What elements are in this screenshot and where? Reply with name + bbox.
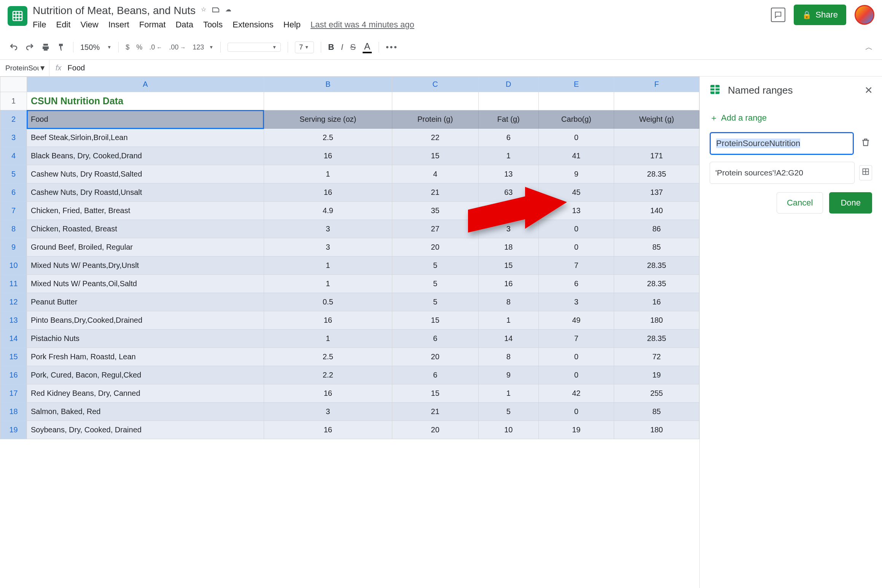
cell-r16-c0[interactable]: Pork, Cured, Bacon, Regul,Cked — [27, 366, 264, 384]
close-panel-icon[interactable]: ✕ — [864, 84, 873, 96]
cell-r8-c5[interactable]: 86 — [614, 220, 699, 238]
cell-r12-c5[interactable]: 16 — [614, 293, 699, 311]
text-color-button[interactable]: A — [363, 41, 372, 53]
cell-r14-c0[interactable]: Pistachio Nuts — [27, 330, 264, 348]
bold-button[interactable]: B — [328, 42, 334, 52]
cell-r13-c1[interactable]: 16 — [264, 311, 392, 330]
comments-icon[interactable] — [771, 8, 785, 22]
row-header-9[interactable]: 9 — [0, 238, 27, 257]
cell-r3-c4[interactable]: 0 — [539, 129, 614, 147]
cell-r9-c1[interactable]: 3 — [264, 238, 392, 257]
cell-r15-c4[interactable]: 0 — [539, 348, 614, 366]
cell-r18-c1[interactable]: 3 — [264, 403, 392, 421]
cell-r11-c4[interactable]: 6 — [539, 275, 614, 293]
row-header-14[interactable]: 14 — [0, 330, 27, 348]
cell-r6-c5[interactable]: 137 — [614, 183, 699, 202]
row-header-10[interactable]: 10 — [0, 257, 27, 275]
cell-r15-c0[interactable]: Pork Fresh Ham, Roastd, Lean — [27, 348, 264, 366]
row-header-16[interactable]: 16 — [0, 366, 27, 384]
row-header-19[interactable]: 19 — [0, 421, 27, 439]
cell-r16-c4[interactable]: 0 — [539, 366, 614, 384]
cell-r17-c1[interactable]: 16 — [264, 384, 392, 403]
cell-r16-c1[interactable]: 2.2 — [264, 366, 392, 384]
cell-r8-c1[interactable]: 3 — [264, 220, 392, 238]
select-all-corner[interactable] — [0, 77, 27, 92]
name-box-dropdown-icon[interactable]: ▼ — [39, 64, 46, 72]
cell-r17-c5[interactable]: 255 — [614, 384, 699, 403]
cell-r18-c0[interactable]: Salmon, Baked, Red — [27, 403, 264, 421]
done-button[interactable]: Done — [829, 192, 872, 214]
cell-r5-c5[interactable]: 28.35 — [614, 165, 699, 183]
formula-input[interactable]: Food — [68, 60, 85, 76]
cell-r12-c0[interactable]: Peanut Butter — [27, 293, 264, 311]
sheets-logo[interactable] — [8, 6, 27, 26]
cell-r9-c2[interactable]: 20 — [392, 238, 478, 257]
row-header-3[interactable]: 3 — [0, 129, 27, 147]
cell-r19-c5[interactable]: 180 — [614, 421, 699, 439]
add-range-button[interactable]: ＋ Add a range — [700, 104, 882, 132]
cell-r13-c2[interactable]: 15 — [392, 311, 478, 330]
cell-r10-c0[interactable]: Mixed Nuts W/ Peants,Dry,Unslt — [27, 257, 264, 275]
row-header-2[interactable]: 2 — [0, 110, 27, 129]
cell-r7-c1[interactable]: 4.9 — [264, 202, 392, 220]
cell-r19-c2[interactable]: 20 — [392, 421, 478, 439]
header-cell-0[interactable]: Food — [27, 110, 264, 129]
cell-r10-c4[interactable]: 7 — [539, 257, 614, 275]
cell-r4-c2[interactable]: 15 — [392, 147, 478, 165]
cell-r17-c4[interactable]: 42 — [539, 384, 614, 403]
col-header-D[interactable]: D — [478, 77, 538, 92]
collapse-toolbar-icon[interactable]: ︿ — [865, 42, 873, 53]
share-button[interactable]: 🔒 Share — [794, 5, 846, 25]
cell-r18-c4[interactable]: 0 — [539, 403, 614, 421]
col-header-A[interactable]: A — [27, 77, 264, 92]
header-cell-3[interactable]: Fat (g) — [478, 110, 538, 129]
menu-edit[interactable]: Edit — [56, 20, 70, 30]
italic-button[interactable]: I — [341, 42, 343, 52]
cell-r19-c1[interactable]: 16 — [264, 421, 392, 439]
col-header-B[interactable]: B — [264, 77, 392, 92]
cloud-icon[interactable]: ☁ — [225, 6, 231, 16]
header-cell-5[interactable]: Weight (g) — [614, 110, 699, 129]
cell-r15-c5[interactable]: 72 — [614, 348, 699, 366]
spreadsheet-grid[interactable]: ABCDEF1 CSUN Nutrition Data 2FoodServing… — [0, 76, 699, 588]
cell-r19-c3[interactable]: 10 — [478, 421, 538, 439]
cell-r19-c0[interactable]: Soybeans, Dry, Cooked, Drained — [27, 421, 264, 439]
redo-icon[interactable] — [25, 43, 34, 52]
cell-r7-c3[interactable]: 18 — [478, 202, 538, 220]
cell-r6-c4[interactable]: 45 — [539, 183, 614, 202]
cell-r16-c3[interactable]: 9 — [478, 366, 538, 384]
row-header-13[interactable]: 13 — [0, 311, 27, 330]
cell-r9-c4[interactable]: 0 — [539, 238, 614, 257]
cell-r12-c4[interactable]: 3 — [539, 293, 614, 311]
font-family-dropdown[interactable]: ▼ — [228, 43, 281, 52]
cancel-button[interactable]: Cancel — [777, 192, 823, 214]
cell-r11-c2[interactable]: 5 — [392, 275, 478, 293]
menu-insert[interactable]: Insert — [108, 20, 129, 30]
font-size-dropdown[interactable]: 7▼ — [295, 41, 314, 53]
star-icon[interactable]: ☆ — [201, 6, 206, 16]
delete-range-icon[interactable] — [859, 136, 872, 151]
undo-icon[interactable] — [9, 43, 18, 52]
paint-format-icon[interactable] — [57, 43, 66, 52]
cell-r10-c2[interactable]: 5 — [392, 257, 478, 275]
doc-title[interactable]: Nutrition of Meat, Beans, and Nuts — [33, 5, 196, 17]
header-cell-2[interactable]: Protein (g) — [392, 110, 478, 129]
cell-r13-c0[interactable]: Pinto Beans,Dry,Cooked,Drained — [27, 311, 264, 330]
cell-r13-c5[interactable]: 180 — [614, 311, 699, 330]
cell-r5-c4[interactable]: 9 — [539, 165, 614, 183]
cell-r17-c3[interactable]: 1 — [478, 384, 538, 403]
cell-r12-c1[interactable]: 0.5 — [264, 293, 392, 311]
cell-r6-c0[interactable]: Cashew Nuts, Dry Roastd,Unsalt — [27, 183, 264, 202]
cell-r12-c3[interactable]: 8 — [478, 293, 538, 311]
more-formats[interactable]: 123 ▼ — [193, 43, 213, 51]
cell-r4-c4[interactable]: 41 — [539, 147, 614, 165]
cell-r14-c1[interactable]: 1 — [264, 330, 392, 348]
menu-tools[interactable]: Tools — [203, 20, 223, 30]
header-cell-1[interactable]: Serving size (oz) — [264, 110, 392, 129]
cell-r3-c1[interactable]: 2.5 — [264, 129, 392, 147]
cell-r11-c5[interactable]: 28.35 — [614, 275, 699, 293]
row-header-15[interactable]: 15 — [0, 348, 27, 366]
cell-r14-c2[interactable]: 6 — [392, 330, 478, 348]
menu-extensions[interactable]: Extensions — [232, 20, 274, 30]
decrease-decimal[interactable]: .0← — [149, 43, 162, 51]
